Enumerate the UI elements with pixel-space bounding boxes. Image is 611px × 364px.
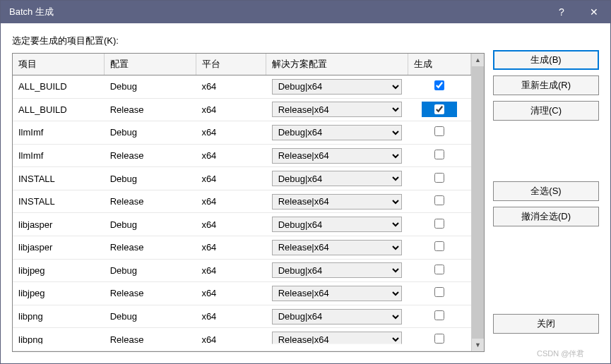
cell-build	[408, 190, 470, 213]
table-container: 项目 配置 平台 解决方案配置 生成 ALL_BUILDDebugx64Debu…	[12, 53, 485, 352]
cell-project: INSTALL	[13, 167, 105, 190]
rebuild-button[interactable]: 重新生成(R)	[493, 75, 599, 95]
build-checkbox[interactable]	[434, 241, 444, 251]
cell-project: libjpeg	[13, 259, 105, 282]
cell-platform: x64	[196, 98, 266, 121]
header-project[interactable]: 项目	[13, 54, 105, 75]
build-checkbox[interactable]	[434, 80, 444, 90]
cell-project: ALL_BUILD	[13, 75, 105, 99]
scroll-up-icon[interactable]: ▲	[472, 54, 484, 66]
build-checkbox[interactable]	[434, 265, 444, 274]
solution-select[interactable]: Release|x64	[272, 240, 403, 255]
table-row[interactable]: libpngReleasex64Release|x64	[13, 328, 471, 351]
cell-project: IlmImf	[13, 121, 105, 145]
cell-platform: x64	[196, 190, 266, 213]
build-button[interactable]: 生成(B)	[493, 50, 599, 70]
scroll-thumb[interactable]	[472, 66, 484, 339]
header-platform[interactable]: 平台	[196, 54, 266, 75]
header-solution[interactable]: 解决方案配置	[266, 54, 408, 75]
config-table: 项目 配置 平台 解决方案配置 生成 ALL_BUILDDebugx64Debu…	[13, 54, 471, 351]
select-all-button[interactable]: 全选(S)	[493, 181, 599, 201]
cell-config: Debug	[105, 259, 196, 282]
table-row[interactable]: INSTALLReleasex64Release|x64	[13, 190, 471, 213]
table-row[interactable]: IlmImfReleasex64Release|x64	[13, 144, 471, 167]
header-config[interactable]: 配置	[105, 54, 196, 75]
cell-solution: Release|x64	[266, 328, 408, 351]
close-window-button[interactable]: ✕	[578, 1, 610, 23]
build-checkbox[interactable]	[434, 173, 444, 183]
cell-config: Release	[105, 282, 196, 305]
cell-build	[408, 98, 470, 121]
solution-select[interactable]: Debug|x64	[272, 125, 403, 140]
cell-solution: Debug|x64	[266, 213, 408, 236]
build-checkbox[interactable]	[434, 150, 444, 159]
build-checkbox[interactable]	[434, 104, 444, 114]
cell-project: ALL_BUILD	[13, 98, 105, 121]
scrollbar[interactable]: ▲ ▼	[471, 54, 484, 351]
deselect-all-button[interactable]: 撤消全选(D)	[493, 207, 599, 226]
cell-project: IlmImf	[13, 144, 105, 167]
cell-build	[408, 75, 470, 99]
cell-config: Debug	[105, 167, 196, 190]
solution-select[interactable]: Release|x64	[272, 332, 403, 347]
cell-project: INSTALL	[13, 190, 105, 213]
header-build[interactable]: 生成	[408, 54, 470, 75]
table-row[interactable]: IlmImfDebugx64Debug|x64	[13, 121, 471, 145]
table-row[interactable]: libpngDebugx64Debug|x64	[13, 305, 471, 328]
solution-select[interactable]: Release|x64	[272, 194, 403, 210]
cell-platform: x64	[196, 282, 266, 305]
cell-solution: Debug|x64	[266, 305, 408, 328]
solution-select[interactable]: Debug|x64	[272, 171, 403, 186]
table-row[interactable]: libjpegDebugx64Debug|x64	[13, 259, 471, 282]
cell-build	[408, 328, 470, 351]
cell-platform: x64	[196, 144, 266, 167]
solution-select[interactable]: Release|x64	[272, 148, 403, 164]
table-row[interactable]: libjasperDebugx64Debug|x64	[13, 213, 471, 236]
build-checkbox[interactable]	[434, 219, 444, 229]
cell-solution: Release|x64	[266, 236, 408, 260]
close-button[interactable]: 关闭	[493, 314, 599, 334]
build-checkbox[interactable]	[434, 126, 444, 136]
watermark: CSDN @伴君	[537, 348, 584, 359]
content-area: 选定要生成的项目配置(K): 项目 配置 平台 解决方案配置 生成 ALL_BU…	[1, 23, 610, 363]
solution-select[interactable]: Debug|x64	[272, 79, 403, 95]
cell-project: libjpeg	[13, 282, 105, 305]
table-row[interactable]: ALL_BUILDReleasex64Release|x64	[13, 98, 471, 121]
solution-select[interactable]: Release|x64	[272, 102, 403, 117]
cell-solution: Debug|x64	[266, 121, 408, 145]
build-checkbox[interactable]	[434, 310, 444, 320]
solution-select[interactable]: Debug|x64	[272, 217, 403, 232]
solution-select[interactable]: Debug|x64	[272, 262, 403, 278]
cell-solution: Release|x64	[266, 282, 408, 305]
table-row[interactable]: libjpegReleasex64Release|x64	[13, 282, 471, 305]
table-row[interactable]: ALL_BUILDDebugx64Debug|x64	[13, 75, 471, 99]
solution-select[interactable]: Debug|x64	[272, 309, 403, 324]
cell-platform: x64	[196, 167, 266, 190]
build-checkbox[interactable]	[434, 334, 444, 344]
cell-solution: Debug|x64	[266, 259, 408, 282]
cell-platform: x64	[196, 328, 266, 351]
cell-config: Debug	[105, 75, 196, 99]
solution-select[interactable]: Release|x64	[272, 286, 403, 301]
build-checkbox[interactable]	[434, 287, 444, 297]
titlebar: Batch 生成 ? ✕	[1, 1, 610, 23]
cell-platform: x64	[196, 305, 266, 328]
cell-build	[408, 259, 470, 282]
cell-project: libpng	[13, 305, 105, 328]
cell-build	[408, 213, 470, 236]
help-button[interactable]: ?	[545, 1, 578, 23]
clean-button[interactable]: 清理(C)	[493, 101, 599, 121]
window-title: Batch 生成	[9, 6, 545, 18]
cell-config: Debug	[105, 121, 196, 145]
cell-solution: Release|x64	[266, 190, 408, 213]
cell-config: Release	[105, 236, 196, 260]
cell-build	[408, 167, 470, 190]
cell-build	[408, 236, 470, 260]
cell-project: libjasper	[13, 213, 105, 236]
cell-solution: Debug|x64	[266, 167, 408, 190]
table-row[interactable]: INSTALLDebugx64Debug|x64	[13, 167, 471, 190]
cell-platform: x64	[196, 121, 266, 145]
build-checkbox[interactable]	[434, 195, 444, 205]
scroll-down-icon[interactable]: ▼	[472, 339, 484, 351]
table-row[interactable]: libjasperReleasex64Release|x64	[13, 236, 471, 260]
